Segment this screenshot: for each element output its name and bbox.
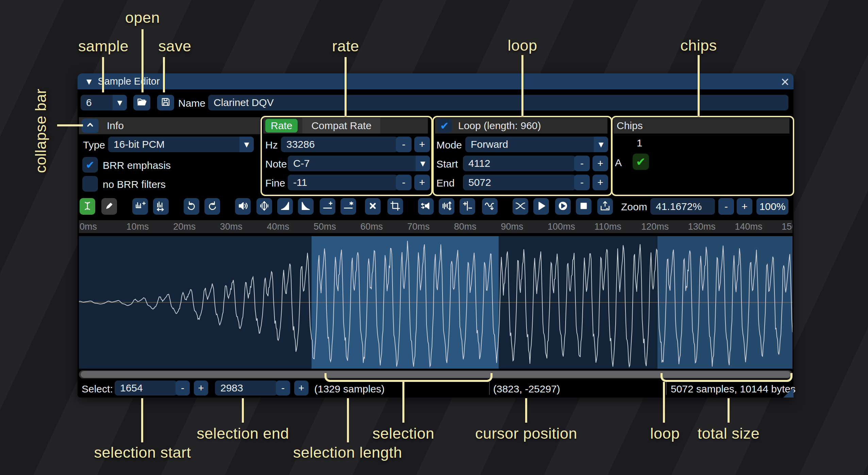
annotation-rate: rate	[332, 37, 359, 55]
annotation-bracket-selection	[324, 373, 493, 382]
sample-name-input[interactable]: Clarinet DQV	[208, 95, 788, 110]
selection-end-increment-button[interactable]: +	[294, 381, 308, 395]
brr-emphasis-checkbox[interactable]: ✔	[82, 157, 98, 173]
note-select[interactable]: C-7 ▼	[288, 156, 430, 171]
hz-decrement-button[interactable]: -	[396, 137, 412, 152]
loop-start-increment-button[interactable]: +	[592, 156, 608, 171]
annotation-line-sample	[102, 57, 104, 92]
sign-icon	[462, 200, 473, 213]
loop-panel-title: Loop (length: 960)	[458, 120, 541, 131]
trim-button[interactable]	[387, 198, 403, 215]
undo-button[interactable]	[184, 198, 199, 215]
compat-rate-tab[interactable]: Compat Rate	[302, 118, 380, 134]
save-sample-button[interactable]	[157, 95, 174, 110]
type-label: Type	[83, 139, 105, 151]
annotation-open: open	[125, 9, 160, 27]
resize-button[interactable]	[132, 198, 148, 215]
chevron-down-icon[interactable]: ▼	[416, 156, 430, 171]
selection-start-decrement-button[interactable]: -	[176, 381, 190, 395]
loop-end-input[interactable]: 5072	[463, 175, 576, 190]
fine-decrement-button[interactable]: -	[396, 175, 412, 190]
loop-start-input[interactable]: 4112	[463, 156, 576, 171]
crossfade-icon	[515, 200, 526, 213]
crossfade-button[interactable]	[513, 198, 528, 215]
info-panel-header: Info	[79, 117, 260, 134]
close-icon[interactable]: ✕	[778, 75, 792, 88]
open-sample-button[interactable]	[133, 95, 150, 110]
annotation-save: save	[158, 37, 191, 55]
fade-in-icon	[279, 200, 291, 213]
ruler-label: 140ms	[735, 222, 762, 232]
hz-increment-button[interactable]: +	[414, 137, 430, 152]
zoom-input[interactable]: 41.1672%	[650, 198, 715, 215]
annotation-line-loop	[521, 55, 523, 116]
window-collapse-arrow-icon[interactable]: ▼	[86, 77, 91, 86]
fine-increment-button[interactable]: +	[414, 175, 430, 190]
selection-start-increment-button[interactable]: +	[194, 381, 208, 395]
zoom-out-button[interactable]: -	[718, 198, 734, 215]
ruler-label: 90ms	[501, 222, 523, 232]
ruler-label: 0ms	[80, 222, 97, 232]
resample-button[interactable]	[153, 198, 169, 215]
loop-enable-checkbox[interactable]: ✔	[437, 119, 452, 133]
fine-input[interactable]: -11	[288, 175, 398, 190]
annotation-line-selection-end	[242, 398, 244, 423]
signed-unsigned-button[interactable]	[460, 198, 475, 215]
hz-input[interactable]: 33286	[281, 137, 398, 152]
selection-end-input[interactable]: 2983	[215, 381, 278, 395]
fade-out-button[interactable]	[298, 198, 314, 215]
create-instrument-button[interactable]	[597, 198, 613, 215]
zoom-in-button[interactable]: +	[737, 198, 752, 215]
sample-type-value: 16-bit PCM	[108, 137, 239, 152]
resize-grip[interactable]	[783, 387, 794, 398]
zoom-label: Zoom	[621, 201, 647, 213]
chevron-down-icon[interactable]: ▼	[113, 95, 127, 110]
insert-silence-button[interactable]	[320, 198, 335, 215]
apply-silence-button[interactable]	[340, 198, 356, 215]
stop-preview-button[interactable]	[576, 198, 591, 215]
loop-end-increment-button[interactable]: +	[592, 175, 608, 190]
annotation-selection-end: selection end	[197, 425, 289, 442]
redo-button[interactable]	[204, 198, 220, 215]
selection-end-decrement-button[interactable]: -	[276, 381, 290, 395]
waveform-display[interactable]	[79, 236, 792, 369]
zoom-reset-button[interactable]: 100%	[756, 198, 788, 215]
chip-enable-checkbox[interactable]: ✔	[633, 154, 649, 170]
preview-button[interactable]	[533, 198, 549, 215]
selection-start-input[interactable]: 1654	[115, 381, 177, 395]
fade-in-button[interactable]	[277, 198, 293, 215]
delete-button[interactable]	[365, 198, 381, 215]
collapse-bar-button[interactable]	[82, 119, 99, 133]
preview-selection-button[interactable]	[555, 198, 571, 215]
sample-selector[interactable]: 6 ▼	[81, 95, 127, 110]
no-brr-filters-checkbox[interactable]	[82, 176, 98, 192]
ruler-label: 130ms	[688, 222, 716, 232]
sample-type-select[interactable]: 16-bit PCM ▼	[108, 137, 254, 152]
fade-out-icon	[300, 200, 312, 213]
no-brr-filters-label: no BRR filters	[103, 179, 166, 190]
annotation-sample: sample	[78, 37, 129, 55]
filter-button[interactable]	[482, 198, 498, 215]
titlebar: ▼ Sample Editor	[78, 73, 794, 89]
annotation-collapse-bar: collapse bar	[32, 89, 50, 173]
draw-mode-button[interactable]	[101, 198, 117, 215]
edit-mode-button[interactable]	[80, 198, 95, 215]
folder-open-icon	[136, 96, 147, 109]
chevron-down-icon[interactable]: ▼	[239, 137, 254, 152]
loop-end-label: End	[436, 177, 454, 189]
chevron-down-icon[interactable]: ▼	[594, 137, 608, 152]
reverse-button[interactable]	[418, 198, 434, 215]
invert-icon	[441, 200, 452, 213]
normalize-icon	[258, 200, 270, 213]
loop-mode-select[interactable]: Forward ▼	[465, 137, 608, 152]
amplify-button[interactable]	[235, 198, 251, 215]
loop-end-decrement-button[interactable]: -	[574, 175, 590, 190]
normalize-button[interactable]	[256, 198, 272, 215]
toolbar	[79, 198, 623, 215]
ibeam-icon	[82, 200, 93, 213]
invert-button[interactable]	[439, 198, 454, 215]
loop-start-decrement-button[interactable]: -	[574, 156, 590, 171]
annotation-line-selection	[402, 382, 404, 423]
amplify-icon	[237, 200, 249, 213]
annotation-line-collapse-bar	[57, 124, 83, 126]
